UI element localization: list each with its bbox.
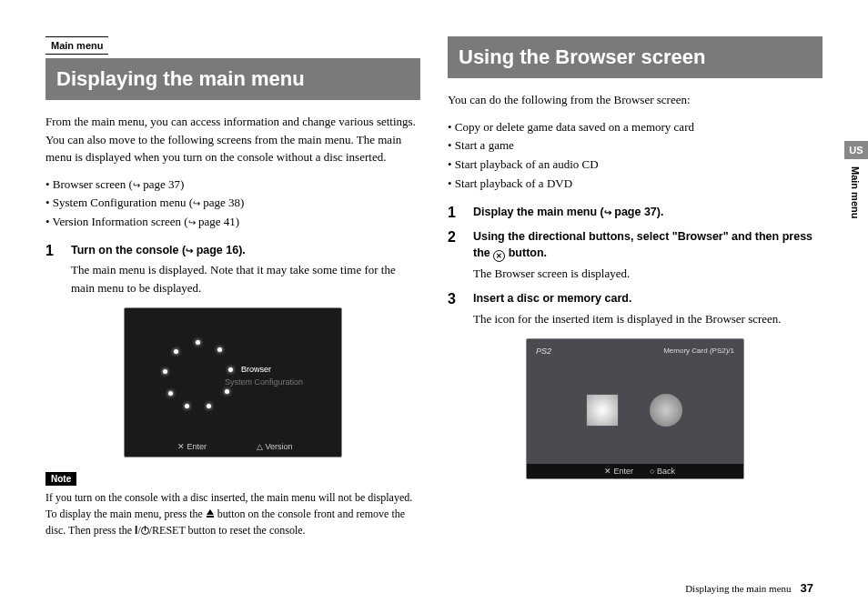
- arrow-icon: ↪: [193, 198, 200, 208]
- step-2-right: 2 Using the directional buttons, select …: [448, 229, 823, 282]
- eject-icon: [206, 509, 215, 518]
- x-button-icon: ✕: [493, 250, 505, 262]
- section-title-left: Displaying the main menu: [45, 58, 420, 100]
- browser-screenshot: PS2 Memory Card (PS2)/1 ✕ Enter ○ Back: [526, 338, 744, 479]
- step-number: 3: [448, 291, 456, 307]
- section-title-right: Using the Browser screen: [448, 36, 823, 78]
- side-tab: US Main menu: [844, 141, 868, 218]
- memory-card-icon: [586, 394, 619, 427]
- browser-actions: Copy or delete game data saved on a memo…: [448, 118, 823, 194]
- region-tag: US: [844, 141, 868, 159]
- note-body: If you turn on the console with a disc i…: [45, 489, 420, 538]
- note-tag: Note: [45, 472, 76, 486]
- step-body: The Browser screen is displayed.: [473, 265, 823, 283]
- power-icon: [141, 527, 149, 535]
- main-menu-screenshot: Browser System Configuration ✕ Enter △ V…: [124, 307, 342, 457]
- step-number: 2: [448, 229, 456, 246]
- step-1: 1 Turn on the console (↪ page 16). The m…: [45, 243, 420, 297]
- disc-icon: [650, 394, 682, 427]
- page-number: 37: [801, 581, 813, 595]
- intro-text: From the main menu, you can access infor…: [45, 113, 420, 166]
- step-body: The main menu is displayed. Note that it…: [71, 261, 420, 296]
- arrow-icon: ↪: [188, 217, 196, 227]
- jump-list: Browser screen (↪ page 37) System Config…: [45, 176, 420, 232]
- section-label: Main menu: [850, 159, 866, 218]
- step-number: 1: [448, 205, 456, 221]
- intro-right: You can do the following from the Browse…: [448, 91, 823, 109]
- step-3-right: 3 Insert a disc or memory card. The icon…: [448, 291, 823, 327]
- step-number: 1: [45, 243, 54, 259]
- arrow-icon: ↪: [133, 180, 140, 190]
- arrow-icon: ↪: [186, 246, 193, 256]
- breadcrumb: Main menu: [45, 36, 108, 55]
- step-1-right: 1 Display the main menu (↪ page 37).: [448, 205, 823, 221]
- step-body: The icon for the inserted item is displa…: [473, 310, 823, 328]
- arrow-icon: ↪: [604, 206, 611, 216]
- page-footer: Displaying the main menu37: [685, 581, 813, 595]
